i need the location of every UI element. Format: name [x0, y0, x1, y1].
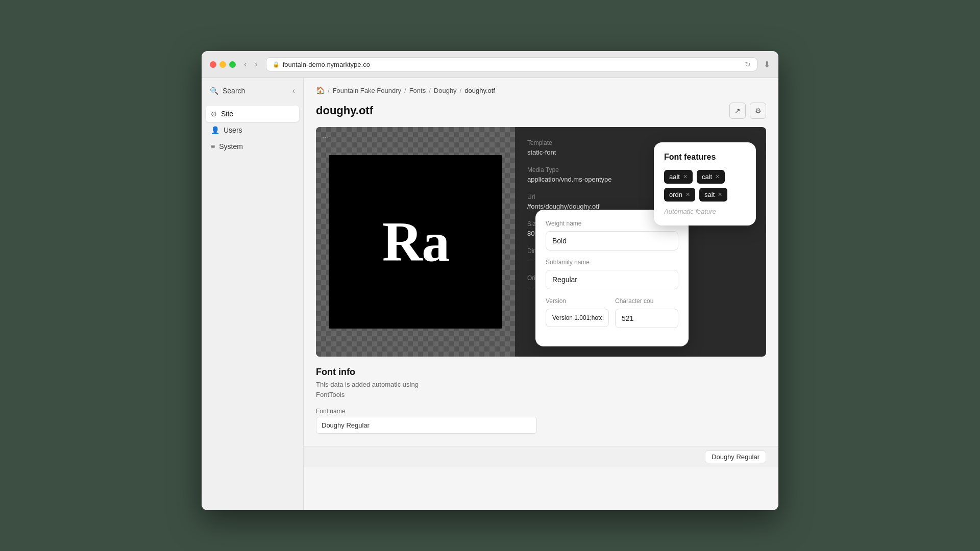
feature-aalt-remove[interactable]: ✕ — [683, 173, 688, 180]
search-icon: 🔍 — [210, 87, 218, 95]
font-name-field: Font name — [316, 408, 537, 434]
browser-window: ‹ › 🔒 fountain-demo.nymarktype.co ↻ ⬇ 🔍 … — [202, 51, 778, 510]
status-bar: Doughy Regular — [304, 446, 778, 467]
font-form-grid: Font name — [316, 408, 766, 434]
sidebar-item-site[interactable]: ⊙ Site — [206, 106, 299, 122]
search-label: Search — [223, 87, 245, 95]
minimize-button[interactable] — [219, 61, 226, 68]
status-badge: Doughy Regular — [705, 450, 766, 463]
char-count-label: Character cou — [615, 297, 678, 305]
features-popup: Font features aalt ✕ calt ✕ — [654, 142, 756, 226]
feature-calt-label: calt — [702, 173, 712, 181]
sidebar: 🔍 Search ‹ ⊙ Site 👤 Users ≡ Syste — [202, 78, 304, 510]
features-grid: aalt ✕ calt ✕ ordn ✕ — [664, 170, 746, 202]
version-label: Version — [546, 297, 609, 305]
page-content: doughy.otf ↗ ⚙ ··· Ra — [304, 103, 778, 446]
feature-salt-remove[interactable]: ✕ — [718, 191, 722, 198]
font-preview-inner: Ra — [329, 155, 502, 329]
users-icon: 👤 — [211, 126, 219, 134]
desktop: ‹ › 🔒 fountain-demo.nymarktype.co ↻ ⬇ 🔍 … — [0, 0, 980, 551]
breadcrumb-fonts[interactable]: Fonts — [409, 87, 426, 94]
sidebar-item-users[interactable]: 👤 Users — [206, 122, 299, 138]
subfamily-label: Subfamily name — [546, 259, 678, 266]
features-title: Font features — [664, 153, 746, 162]
font-info-desc: This data is added automatic usingFontTo… — [316, 380, 766, 399]
home-icon[interactable]: 🏠 — [316, 86, 325, 94]
file-header: doughy.otf ↗ ⚙ — [316, 103, 766, 119]
char-count-input[interactable] — [615, 309, 678, 328]
file-title: doughy.otf — [316, 104, 373, 117]
font-preview-area: Ra — [316, 127, 515, 357]
version-input[interactable] — [546, 309, 609, 327]
sidebar-item-system-label: System — [219, 142, 243, 151]
weight-name-input[interactable] — [546, 231, 678, 251]
settings-button[interactable]: ⚙ — [750, 103, 766, 119]
version-field: Version — [546, 297, 609, 328]
main-content: 🏠 / Fountain Fake Foundry / Fonts / Doug… — [304, 78, 778, 510]
subfamily-field: Subfamily name — [546, 259, 678, 289]
feature-calt-remove[interactable]: ✕ — [715, 173, 720, 180]
system-icon: ≡ — [211, 142, 215, 151]
subfamily-input[interactable] — [546, 270, 678, 289]
font-preview-text: Ra — [382, 214, 449, 270]
breadcrumb-sep-0: / — [328, 87, 330, 94]
font-info-title: Font info — [316, 367, 766, 378]
breadcrumb-sep-3: / — [460, 87, 462, 94]
reload-icon[interactable]: ↻ — [745, 60, 751, 68]
font-info-section: Font info This data is added automatic u… — [316, 367, 766, 434]
breadcrumb-sep-2: / — [429, 87, 431, 94]
nav-buttons: ‹ › — [242, 59, 260, 70]
sidebar-search[interactable]: 🔍 Search ‹ — [202, 78, 303, 102]
traffic-lights — [210, 61, 236, 68]
breadcrumb-current: doughy.otf — [464, 87, 495, 94]
back-button[interactable]: ‹ — [242, 59, 249, 70]
sidebar-item-users-label: Users — [224, 126, 242, 134]
download-button[interactable]: ⬇ — [764, 60, 770, 69]
feature-ordn-label: ordn — [669, 191, 682, 198]
breadcrumb-foundry[interactable]: Fountain Fake Foundry — [333, 87, 401, 94]
browser-chrome: ‹ › 🔒 fountain-demo.nymarktype.co ↻ ⬇ — [202, 51, 778, 78]
close-button[interactable] — [210, 61, 216, 68]
feature-ordn-remove[interactable]: ✕ — [685, 191, 690, 198]
feature-tag-ordn: ordn ✕ — [664, 188, 695, 202]
breadcrumb: 🏠 / Fountain Fake Foundry / Fonts / Doug… — [304, 78, 778, 103]
features-auto: Automatic feature — [664, 208, 746, 215]
font-dots: ··· — [322, 133, 329, 142]
sidebar-nav: ⊙ Site 👤 Users ≡ System — [202, 102, 303, 159]
external-link-button[interactable]: ↗ — [729, 103, 746, 119]
version-row: Version Character cou — [546, 297, 678, 336]
url-text: fountain-demo.nymarktype.co — [283, 61, 370, 68]
feature-tag-aalt: aalt ✕ — [664, 170, 693, 184]
forward-button[interactable]: › — [253, 59, 259, 70]
maximize-button[interactable] — [229, 61, 236, 68]
font-name-label: Font name — [316, 408, 537, 415]
feature-tag-salt: salt ✕ — [699, 188, 727, 202]
sidebar-item-system[interactable]: ≡ System — [206, 138, 299, 155]
feature-tag-calt: calt ✕ — [697, 170, 725, 184]
lock-icon: 🔒 — [273, 61, 280, 68]
feature-aalt-label: aalt — [669, 173, 680, 181]
weight-popup: Weight name Subfamily name Version — [535, 210, 689, 346]
breadcrumb-doughy[interactable]: Doughy — [434, 87, 457, 94]
font-card: ··· Ra Template static-font — [316, 127, 766, 357]
font-name-input[interactable] — [316, 417, 537, 434]
breadcrumb-sep-1: / — [404, 87, 406, 94]
address-bar[interactable]: 🔒 fountain-demo.nymarktype.co ↻ — [266, 57, 757, 71]
char-count-field: Character cou — [615, 297, 678, 328]
sidebar-item-site-label: Site — [221, 110, 233, 118]
site-icon: ⊙ — [211, 110, 217, 118]
browser-content: 🔍 Search ‹ ⊙ Site 👤 Users ≡ Syste — [202, 78, 778, 510]
feature-salt-label: salt — [704, 191, 715, 198]
file-actions: ↗ ⚙ — [729, 103, 766, 119]
sidebar-toggle-button[interactable]: ‹ — [292, 86, 295, 95]
